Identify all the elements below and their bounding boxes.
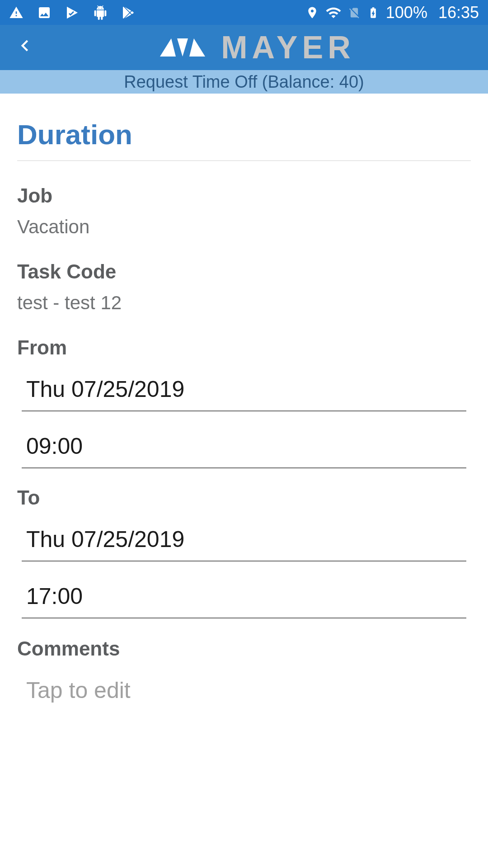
to-label: To bbox=[17, 486, 471, 509]
task-code-value[interactable]: test - test 12 bbox=[17, 292, 471, 314]
main-content: Duration Job Vacation Task Code test - t… bbox=[0, 94, 488, 703]
brand-name: MAYER bbox=[221, 29, 355, 66]
brand-logo: MAYER bbox=[36, 29, 474, 66]
to-date-input[interactable]: Thu 07/25/2019 bbox=[22, 518, 466, 561]
app-header: MAYER bbox=[0, 25, 488, 70]
from-time-input[interactable]: 09:00 bbox=[22, 425, 466, 468]
svg-marker-0 bbox=[160, 38, 176, 57]
no-sim-icon bbox=[348, 6, 361, 19]
job-group: Job Vacation Task Code test - test 12 Fr… bbox=[17, 184, 471, 618]
comments-input[interactable]: Tap to edit bbox=[22, 669, 466, 703]
job-label: Job bbox=[17, 184, 471, 207]
section-title: Duration bbox=[17, 118, 471, 161]
comments-group: Comments Tap to edit bbox=[17, 637, 471, 703]
image-icon bbox=[37, 5, 52, 20]
location-icon bbox=[305, 6, 319, 19]
status-bar: 100% 16:35 bbox=[0, 0, 488, 25]
to-time-input[interactable]: 17:00 bbox=[22, 575, 466, 618]
status-left-icons bbox=[9, 5, 136, 20]
page-subtitle: Request Time Off (Balance: 40) bbox=[0, 70, 488, 94]
battery-percent: 100% bbox=[386, 3, 427, 22]
comments-label: Comments bbox=[17, 637, 471, 660]
wifi-icon bbox=[325, 5, 342, 21]
status-right-icons: 100% 16:35 bbox=[305, 3, 479, 22]
clock-time: 16:35 bbox=[438, 3, 479, 22]
job-value[interactable]: Vacation bbox=[17, 216, 471, 238]
play-store-icon bbox=[121, 5, 136, 20]
svg-marker-2 bbox=[189, 38, 205, 57]
from-date-input[interactable]: Thu 07/25/2019 bbox=[22, 368, 466, 411]
warning-icon bbox=[9, 5, 23, 20]
svg-marker-1 bbox=[177, 38, 188, 57]
from-label: From bbox=[17, 336, 471, 359]
task-code-label: Task Code bbox=[17, 260, 471, 283]
battery-charging-icon bbox=[367, 6, 380, 19]
android-icon bbox=[93, 5, 108, 20]
logo-mark-icon bbox=[155, 34, 210, 61]
back-button[interactable] bbox=[14, 32, 36, 63]
play-check-icon bbox=[65, 5, 80, 20]
